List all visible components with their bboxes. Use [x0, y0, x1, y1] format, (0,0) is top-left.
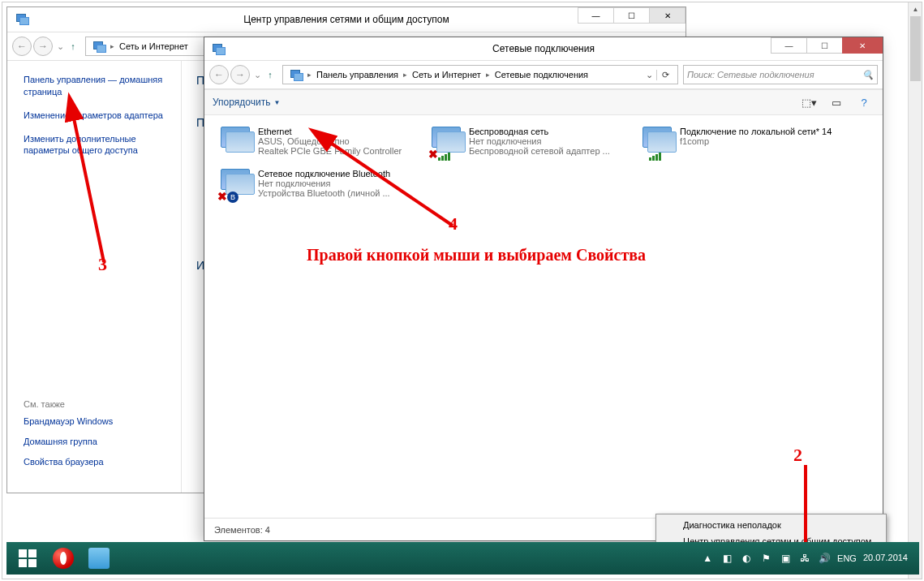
- sidebar-firewall[interactable]: Брандмауэр Windows: [24, 415, 182, 428]
- page-scrollbar[interactable]: ▲ ▼: [908, 2, 922, 579]
- system-tray: ▲ ◧ ◐ ⚑ ▣ 🖧 🔊 ENG 20.07.2014: [701, 552, 914, 565]
- win1-title: Центр управления сетями и общим доступом: [243, 14, 449, 25]
- tray-network-icon[interactable]: 🖧: [798, 552, 811, 565]
- address-dropdown-icon[interactable]: ⌄: [643, 70, 656, 80]
- network-connections-window: Сетевые подключения — ☐ ✕ ← → ⌄ ↑ ▸ Пане…: [204, 37, 883, 541]
- connection-device: Беспроводной сетевой адаптер ...: [469, 146, 610, 156]
- svg-rect-5: [28, 549, 37, 557]
- menu-diagnose[interactable]: Диагностика неполадок: [659, 517, 883, 533]
- sidebar-homegroup[interactable]: Домашняя группа: [24, 436, 182, 448]
- tray-security-icon[interactable]: ▣: [779, 552, 792, 565]
- minimize-button[interactable]: —: [771, 37, 807, 54]
- tray-date: 20.07.2014: [863, 553, 908, 563]
- up-button[interactable]: ↑: [66, 41, 80, 51]
- up-button[interactable]: ↑: [263, 70, 277, 80]
- connection-status: Нет подключения: [258, 179, 390, 188]
- ethernet-icon: [219, 127, 251, 159]
- breadcrumb-icon: [92, 40, 105, 53]
- organize-label: Упорядочить: [213, 97, 270, 108]
- tray-action-center-icon[interactable]: ⚑: [759, 552, 772, 565]
- organize-menu[interactable]: Упорядочить ▼: [213, 97, 280, 108]
- forward-button[interactable]: →: [33, 37, 53, 56]
- bluetooth-icon: ✖ B: [219, 169, 251, 201]
- windows-logo-icon: [19, 549, 37, 567]
- see-also-header: См. также: [24, 399, 182, 409]
- forward-button[interactable]: →: [230, 65, 250, 84]
- breadcrumb-segment[interactable]: Сетевые подключения: [492, 70, 591, 80]
- recent-dropdown-icon[interactable]: ⌄: [54, 41, 66, 52]
- disconnected-icon: ✖: [217, 190, 227, 203]
- svg-rect-6: [19, 559, 27, 567]
- close-button[interactable]: ✕: [649, 7, 685, 24]
- chevron-right-icon: ▸: [109, 42, 116, 50]
- connection-status: Нет подключения: [469, 136, 610, 146]
- scroll-up-icon[interactable]: ▲: [909, 2, 922, 16]
- connection-wifi[interactable]: ✖ Беспроводная сеть Нет подключения Бесп…: [427, 123, 630, 162]
- bt-badge-icon: B: [227, 192, 239, 203]
- connection-lan14[interactable]: Подключение по локальной сети* 14 f1comp: [638, 123, 840, 162]
- connection-bluetooth[interactable]: ✖ B Сетевое подключение Bluetooth Нет по…: [216, 166, 419, 204]
- network-connections-icon: [212, 42, 225, 55]
- close-button[interactable]: ✕: [842, 37, 883, 54]
- command-bar: Упорядочить ▼ ⬚▾ ▭ ?: [204, 89, 883, 115]
- tray-volume-icon[interactable]: 🔊: [818, 552, 831, 565]
- tray-clock[interactable]: 20.07.2014: [863, 553, 908, 563]
- sidebar-control-panel-home[interactable]: Панель управления — домашняя страница: [24, 74, 173, 98]
- disconnected-icon: ✖: [428, 148, 438, 161]
- lan-icon: [641, 127, 673, 159]
- sidebar-sharing-settings[interactable]: Изменить дополнительные параметры общего…: [24, 133, 173, 157]
- chevron-down-icon: ▼: [273, 99, 280, 106]
- connection-status: ASUS, Общедоступно: [258, 136, 402, 146]
- breadcrumb-segment[interactable]: Сеть и Интернет: [409, 70, 484, 80]
- breadcrumb-segment[interactable]: Сеть и Интернет: [116, 41, 191, 51]
- taskbar-opera[interactable]: [47, 545, 80, 571]
- connection-device: Realtek PCIe GBE Family Controller: [258, 146, 402, 156]
- search-icon: 🔍: [862, 70, 874, 80]
- connections-area: Ethernet ASUS, Общедоступно Realtek PCIe…: [204, 115, 883, 213]
- connection-ethernet[interactable]: Ethernet ASUS, Общедоступно Realtek PCIe…: [216, 123, 419, 162]
- connection-name: Сетевое подключение Bluetooth: [258, 169, 390, 179]
- preview-pane-button[interactable]: ▭: [826, 93, 847, 111]
- address-bar[interactable]: ▸ Панель управления ▸ Сеть и Интернет ▸ …: [282, 65, 678, 84]
- help-button[interactable]: ?: [853, 93, 875, 111]
- opera-icon: [53, 548, 74, 569]
- back-button[interactable]: ←: [209, 65, 229, 84]
- connection-device: f1comp: [680, 136, 832, 146]
- network-center-icon: [15, 12, 28, 25]
- win2-address-row: ← → ⌄ ↑ ▸ Панель управления ▸ Сеть и Инт…: [204, 60, 883, 89]
- app-icon: [88, 548, 110, 569]
- breadcrumb-segment[interactable]: Панель управления: [313, 70, 402, 80]
- connection-name: Подключение по локальной сети* 14: [680, 127, 832, 136]
- breadcrumb-icon: [290, 68, 303, 81]
- start-button[interactable]: [11, 545, 44, 571]
- view-options-button[interactable]: ⬚▾: [798, 93, 819, 111]
- tray-language[interactable]: ENG: [837, 553, 857, 563]
- scroll-thumb[interactable]: [910, 16, 921, 81]
- chevron-right-icon: ▸: [306, 71, 313, 79]
- tray-app-icon[interactable]: ◐: [740, 552, 753, 565]
- sidebar-browser-props[interactable]: Свойства браузера: [24, 456, 182, 468]
- taskbar: ▲ ◧ ◐ ⚑ ▣ 🖧 🔊 ENG 20.07.2014: [6, 542, 919, 575]
- search-input[interactable]: Поиск: Сетевые подключения 🔍: [683, 65, 878, 84]
- win1-titlebar[interactable]: Центр управления сетями и общим доступом…: [7, 7, 685, 32]
- minimize-button[interactable]: —: [578, 7, 614, 24]
- wifi-icon: ✖: [430, 127, 462, 159]
- chevron-right-icon: ▸: [402, 71, 409, 79]
- win2-title: Сетевые подключения: [492, 43, 595, 54]
- taskbar-app[interactable]: [83, 545, 115, 571]
- sidebar-adapter-settings[interactable]: Изменение параметров адаптера: [24, 110, 173, 122]
- back-button[interactable]: ←: [12, 37, 32, 56]
- win2-titlebar[interactable]: Сетевые подключения — ☐ ✕: [204, 37, 883, 60]
- connection-device: Устройства Bluetooth (личной ...: [258, 188, 390, 198]
- win1-sidebar: Панель управления — домашняя страница Из…: [7, 61, 182, 493]
- item-count: Элементов: 4: [214, 525, 270, 535]
- recent-dropdown-icon[interactable]: ⌄: [251, 70, 263, 80]
- svg-rect-4: [19, 549, 27, 557]
- refresh-button[interactable]: ⟳: [656, 70, 674, 80]
- maximize-button[interactable]: ☐: [613, 7, 650, 24]
- chevron-right-icon: ▸: [484, 71, 492, 79]
- tray-expand-icon[interactable]: ▲: [701, 552, 714, 565]
- connection-name: Беспроводная сеть: [469, 127, 610, 136]
- tray-app-icon[interactable]: ◧: [720, 552, 733, 565]
- maximize-button[interactable]: ☐: [806, 37, 843, 54]
